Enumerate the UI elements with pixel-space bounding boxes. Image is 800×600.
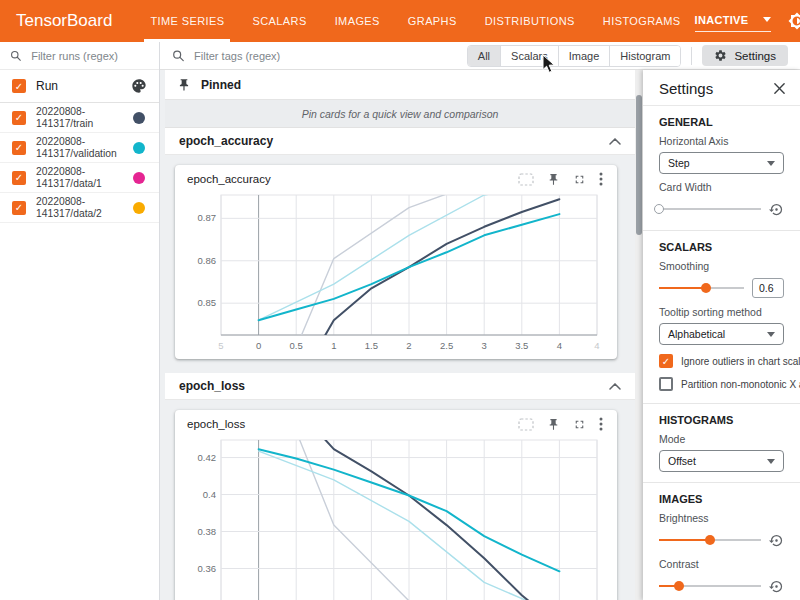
slider-knob[interactable]: [701, 283, 711, 293]
partition-x-axis-checkbox-row[interactable]: Partition non-monotonic X axis ?: [659, 377, 784, 391]
reset-icon[interactable]: [769, 202, 784, 217]
run-color-dot: [133, 142, 145, 154]
ignore-outliers-checkbox-row[interactable]: Ignore outliers in chart scaling: [659, 354, 784, 368]
chevron-down-icon: [767, 459, 775, 464]
contrast-label: Contrast: [659, 558, 784, 570]
main-scrollbar[interactable]: [635, 70, 643, 600]
card-title: epoch_loss: [187, 418, 518, 430]
filter-button-all[interactable]: All: [468, 46, 500, 66]
tab-scalars[interactable]: SCALARS: [238, 0, 320, 42]
run-item[interactable]: 20220808-141317/train: [0, 103, 159, 133]
smoothing-slider[interactable]: [659, 282, 744, 294]
run-checkbox[interactable]: [12, 171, 26, 185]
contrast-slider[interactable]: [659, 580, 761, 592]
svg-text:2.5: 2.5: [440, 340, 453, 351]
brightness-slider[interactable]: [659, 534, 761, 546]
chevron-down-icon: [763, 17, 771, 22]
tab-histograms[interactable]: HISTOGRAMS: [589, 0, 695, 42]
run-checkbox[interactable]: [12, 141, 26, 155]
svg-text:0.85: 0.85: [198, 297, 217, 308]
card-title: epoch_accuracy: [187, 173, 518, 185]
svg-text:4: 4: [594, 340, 599, 351]
runs-filter-input[interactable]: [29, 49, 149, 63]
app-header: TensorBoard TIME SERIESSCALARSIMAGESGRAP…: [0, 0, 800, 42]
svg-text:0.86: 0.86: [198, 255, 217, 266]
reset-icon[interactable]: [769, 579, 784, 594]
fullscreen-icon[interactable]: [573, 418, 586, 431]
run-label: 20220808-141317/validation: [36, 136, 123, 160]
partition-x-axis-label: Partition non-monotonic X axis: [681, 379, 800, 390]
filter-button-scalars[interactable]: Scalars: [500, 46, 558, 66]
smoothing-value-input[interactable]: 0.6: [752, 278, 784, 298]
pin-card-icon[interactable]: [547, 173, 560, 186]
fit-to-data-icon[interactable]: [518, 173, 534, 186]
run-checkbox[interactable]: [12, 201, 26, 215]
tensorboard-app: TensorBoard TIME SERIESSCALARSIMAGESGRAP…: [0, 0, 800, 600]
tab-distributions[interactable]: DISTRIBUTIONS: [471, 0, 589, 42]
settings-button[interactable]: Settings: [702, 45, 788, 66]
settings-gear-icon: [714, 49, 727, 62]
filter-button-image[interactable]: Image: [558, 46, 610, 66]
pin-card-icon[interactable]: [547, 418, 560, 431]
tooltip-sorting-select[interactable]: Alphabetical: [659, 323, 784, 345]
search-icon: [172, 49, 184, 62]
ignore-outliers-label: Ignore outliers in chart scaling: [681, 356, 800, 367]
images-heading: IMAGES: [659, 493, 784, 505]
more-options-icon[interactable]: [599, 417, 603, 431]
tab-images[interactable]: IMAGES: [321, 0, 394, 42]
runs-list: 20220808-141317/train20220808-141317/val…: [0, 103, 159, 223]
partition-x-axis-checkbox[interactable]: [659, 377, 673, 391]
svg-text:0: 0: [256, 340, 261, 351]
run-color-dot: [133, 112, 145, 124]
horizontal-axis-select[interactable]: Step: [659, 152, 784, 174]
fullscreen-icon[interactable]: [573, 173, 586, 186]
histogram-mode-label: Mode: [659, 433, 784, 445]
palette-icon[interactable]: [131, 78, 147, 94]
run-label: 20220808-141317/data/1: [36, 166, 123, 190]
horizontal-axis-value: Step: [668, 157, 690, 169]
slider-knob[interactable]: [705, 535, 715, 545]
run-item[interactable]: 20220808-141317/data/1: [0, 163, 159, 193]
select-all-runs-checkbox[interactable]: [12, 79, 26, 93]
svg-text:1: 1: [331, 340, 336, 351]
section-epoch-loss[interactable]: epoch_loss: [165, 373, 635, 400]
close-icon[interactable]: [773, 82, 786, 95]
svg-text:0.87: 0.87: [198, 212, 217, 223]
chevron-up-icon[interactable]: [609, 383, 621, 390]
run-item[interactable]: 20220808-141317/data/2: [0, 193, 159, 223]
ignore-outliers-checkbox[interactable]: [659, 354, 673, 368]
runs-list-header[interactable]: Run: [0, 70, 159, 103]
chevron-down-icon: [767, 161, 775, 166]
status-label: INACTIVE: [695, 14, 749, 26]
status-dropdown[interactable]: INACTIVE: [695, 11, 771, 32]
run-label: 20220808-141317/data/2: [36, 196, 123, 220]
slider-knob[interactable]: [654, 204, 664, 214]
horizontal-axis-label: Horizontal Axis: [659, 135, 784, 147]
run-checkbox[interactable]: [12, 111, 26, 125]
more-options-icon[interactable]: [599, 172, 603, 186]
section-epoch-accuracy[interactable]: epoch_accuracy: [165, 128, 635, 155]
header-tabs: TIME SERIESSCALARSIMAGESGRAPHSDISTRIBUTI…: [136, 0, 694, 42]
slider-knob[interactable]: [674, 581, 684, 591]
filter-button-histogram[interactable]: Histogram: [609, 46, 680, 66]
search-icon: [10, 49, 21, 62]
settings-general-section: GENERAL Horizontal Axis Step Card Width: [643, 106, 800, 230]
runs-column-label: Run: [36, 79, 121, 93]
tags-filter-input[interactable]: [192, 49, 467, 63]
fit-to-data-icon[interactable]: [518, 418, 534, 431]
settings-histograms-section: HISTOGRAMS Mode Offset: [643, 404, 800, 482]
tooltip-sorting-value: Alphabetical: [668, 328, 725, 340]
cards-area: Pinned Pin cards for a quick view and co…: [160, 70, 635, 600]
epoch-loss-card: epoch_loss: [175, 410, 617, 600]
chevron-up-icon[interactable]: [609, 138, 621, 145]
scrollbar-thumb[interactable]: [636, 95, 642, 235]
reset-icon[interactable]: [769, 533, 784, 548]
histogram-mode-select[interactable]: Offset: [659, 450, 784, 472]
svg-text:3.5: 3.5: [515, 340, 528, 351]
tab-time-series[interactable]: TIME SERIES: [136, 0, 238, 42]
chevron-down-icon: [767, 332, 775, 337]
run-item[interactable]: 20220808-141317/validation: [0, 133, 159, 163]
card-width-slider[interactable]: [659, 203, 761, 215]
theme-toggle-icon[interactable]: [788, 12, 800, 30]
tab-graphs[interactable]: GRAPHS: [394, 0, 471, 42]
